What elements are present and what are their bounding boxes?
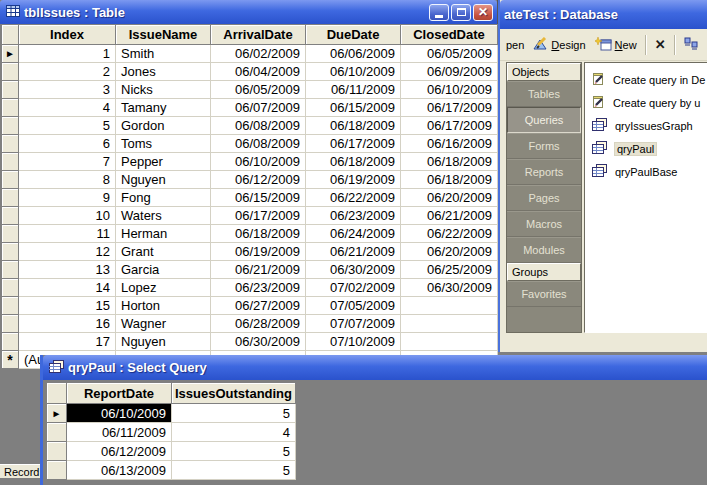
cell[interactable]: 06/10/2009: [67, 404, 172, 423]
cell[interactable]: [401, 297, 498, 315]
list-item[interactable]: qryPaul: [585, 137, 707, 160]
cell[interactable]: 06/16/2009: [401, 135, 498, 153]
cell[interactable]: 15: [19, 297, 116, 315]
minimize-button[interactable]: [429, 4, 449, 21]
record-selector[interactable]: [47, 442, 67, 461]
design-button[interactable]: Design: [530, 35, 588, 54]
record-selector[interactable]: [2, 207, 19, 225]
cell[interactable]: 06/22/2009: [401, 225, 498, 243]
cell[interactable]: 06/21/2009: [306, 243, 401, 261]
cell[interactable]: 06/18/2009: [401, 153, 498, 171]
cell[interactable]: 06/20/2009: [401, 189, 498, 207]
cell[interactable]: Grant: [116, 243, 211, 261]
cell[interactable]: 06/08/2009: [211, 117, 306, 135]
column-header[interactable]: ReportDate: [67, 383, 172, 404]
cell[interactable]: 06/12/2009: [67, 442, 172, 461]
cell[interactable]: 06/05/2009: [211, 81, 306, 99]
record-selector-header[interactable]: [47, 383, 67, 404]
cell[interactable]: 4: [19, 99, 116, 117]
cell[interactable]: 06/17/2009: [211, 207, 306, 225]
record-selector[interactable]: [2, 225, 19, 243]
column-header[interactable]: IssueName: [116, 25, 211, 45]
cell[interactable]: Garcia: [116, 261, 211, 279]
record-selector[interactable]: [2, 135, 19, 153]
cell[interactable]: 06/10/2009: [306, 63, 401, 81]
cell[interactable]: 13: [19, 261, 116, 279]
record-selector[interactable]: [2, 99, 19, 117]
list-item[interactable]: Create query in De: [585, 68, 707, 91]
cell[interactable]: Wagner: [116, 315, 211, 333]
small-icons-button[interactable]: [704, 35, 707, 55]
column-header[interactable]: ArrivalDate: [211, 25, 306, 45]
cell[interactable]: 06/11/2009: [306, 81, 401, 99]
cell[interactable]: 06/24/2009: [306, 225, 401, 243]
cell[interactable]: 7: [19, 153, 116, 171]
record-selector[interactable]: [2, 261, 19, 279]
cell[interactable]: 06/21/2009: [211, 261, 306, 279]
cell[interactable]: 06/17/2009: [401, 117, 498, 135]
cell[interactable]: 06/30/2009: [211, 333, 306, 351]
cell[interactable]: 06/02/2009: [211, 45, 306, 63]
cell[interactable]: 06/09/2009: [401, 63, 498, 81]
cell[interactable]: 2: [19, 63, 116, 81]
cell[interactable]: 4: [172, 423, 296, 442]
cell[interactable]: 10: [19, 207, 116, 225]
record-selector[interactable]: [2, 117, 19, 135]
cell[interactable]: 5: [172, 404, 296, 423]
cell[interactable]: 06/22/2009: [306, 189, 401, 207]
record-selector[interactable]: [47, 461, 67, 480]
cell[interactable]: 07/07/2009: [306, 315, 401, 333]
cell[interactable]: 16: [19, 315, 116, 333]
sidebar-item-queries[interactable]: Queries: [507, 107, 581, 133]
cell[interactable]: 12: [19, 243, 116, 261]
close-button[interactable]: ✕: [473, 4, 493, 21]
record-selector[interactable]: [2, 81, 19, 99]
record-selector[interactable]: [2, 243, 19, 261]
qrypaul-window-titlebar[interactable]: qryPaul : Select Query: [43, 355, 707, 380]
cell[interactable]: 06/04/2009: [211, 63, 306, 81]
record-selector[interactable]: [2, 333, 19, 351]
sidebar-item-reports[interactable]: Reports: [507, 159, 581, 185]
cell[interactable]: 06/28/2009: [211, 315, 306, 333]
record-selector[interactable]: [2, 63, 19, 81]
database-window-titlebar[interactable]: ateTest : Database: [500, 0, 707, 29]
cell[interactable]: 06/25/2009: [401, 261, 498, 279]
cell[interactable]: Lopez: [116, 279, 211, 297]
cell[interactable]: 07/05/2009: [306, 297, 401, 315]
cell[interactable]: 06/23/2009: [211, 279, 306, 297]
cell[interactable]: 14: [19, 279, 116, 297]
record-selector-header[interactable]: [2, 25, 19, 45]
cell[interactable]: 06/17/2009: [401, 99, 498, 117]
current-record-selector[interactable]: ►: [47, 404, 67, 423]
cell[interactable]: 06/23/2009: [306, 207, 401, 225]
cell[interactable]: Tamany: [116, 99, 211, 117]
open-button[interactable]: pen: [503, 37, 527, 53]
column-header[interactable]: Index: [19, 25, 116, 45]
cell[interactable]: 8: [19, 171, 116, 189]
new-button[interactable]: New: [592, 35, 640, 55]
large-icons-button[interactable]: [681, 35, 701, 55]
sidebar-item-modules[interactable]: Modules: [507, 237, 581, 263]
cell[interactable]: 06/15/2009: [211, 189, 306, 207]
cell[interactable]: 06/13/2009: [67, 461, 172, 480]
cell[interactable]: 06/30/2009: [306, 261, 401, 279]
cell[interactable]: 06/27/2009: [211, 297, 306, 315]
cell[interactable]: Gordon: [116, 117, 211, 135]
list-item[interactable]: qryPaulBase: [585, 160, 707, 183]
cell[interactable]: 06/15/2009: [306, 99, 401, 117]
cell[interactable]: 06/20/2009: [401, 243, 498, 261]
record-selector[interactable]: [2, 189, 19, 207]
cell[interactable]: 07/10/2009: [306, 333, 401, 351]
cell[interactable]: Toms: [116, 135, 211, 153]
cell[interactable]: Nicks: [116, 81, 211, 99]
cell[interactable]: 06/07/2009: [211, 99, 306, 117]
maximize-button[interactable]: [451, 4, 471, 21]
cell[interactable]: 06/30/2009: [401, 279, 498, 297]
tblissues-window-titlebar[interactable]: tblIssues : Table ✕: [0, 0, 497, 24]
record-selector[interactable]: [2, 171, 19, 189]
cell[interactable]: 06/06/2009: [306, 45, 401, 63]
record-selector[interactable]: [2, 315, 19, 333]
cell[interactable]: 06/05/2009: [401, 45, 498, 63]
cell[interactable]: 06/17/2009: [306, 135, 401, 153]
cell[interactable]: 06/19/2009: [306, 171, 401, 189]
